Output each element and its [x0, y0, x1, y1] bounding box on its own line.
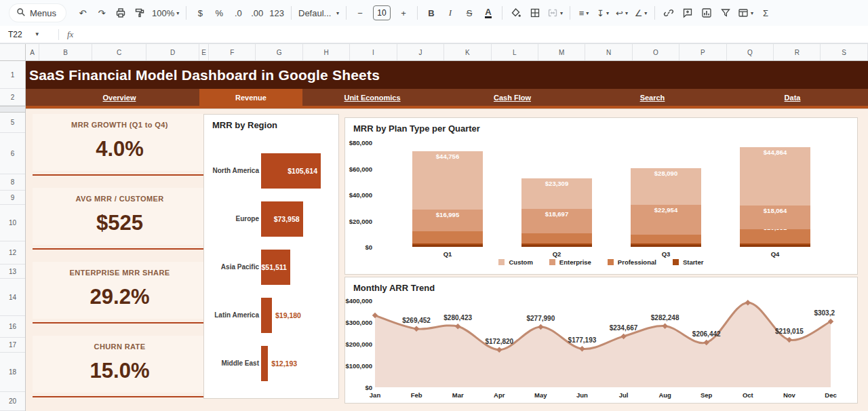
zoom-select[interactable]: 100%: [150, 4, 181, 22]
column-header-P[interactable]: P: [679, 44, 726, 60]
name-box[interactable]: T22 ▼: [0, 30, 58, 39]
increase-decimal-button[interactable]: .00: [248, 4, 266, 22]
horizontal-align-button[interactable]: ≡: [575, 4, 593, 22]
insert-chart-button[interactable]: [698, 4, 715, 22]
row-header-10[interactable]: 10: [0, 205, 25, 241]
divider: [417, 6, 418, 20]
column-header-H[interactable]: H: [303, 44, 350, 60]
row-header-1[interactable]: 1: [0, 61, 25, 89]
column-header-B[interactable]: B: [39, 44, 92, 60]
decrease-decimal-button[interactable]: .0: [229, 4, 247, 22]
kpi-label: ENTERPRISE MRR SHARE: [33, 269, 207, 277]
column-header-O[interactable]: O: [633, 44, 679, 60]
text-color-button[interactable]: A: [479, 4, 497, 22]
insert-link-button[interactable]: [660, 4, 677, 22]
menus-search-pill[interactable]: Menus: [9, 4, 66, 22]
y-axis-tick: $60,000: [345, 165, 372, 173]
strikethrough-button[interactable]: S: [460, 4, 478, 22]
column-header-R[interactable]: R: [774, 44, 821, 60]
column-header-M[interactable]: M: [538, 44, 585, 60]
hidden-rows-band[interactable]: [0, 106, 25, 113]
segment-value-label: $44,756: [412, 153, 483, 160]
row-header-18[interactable]: 18: [0, 353, 25, 392]
column-header-N[interactable]: N: [585, 44, 632, 60]
column-header-L[interactable]: L: [492, 44, 538, 60]
mrr-by-plan-type-chart[interactable]: MRR by Plan Type per Quarter $0$20,000$4…: [344, 117, 858, 275]
kpi-card-4[interactable]: CHURN RATE15.0%: [33, 336, 207, 393]
redo-button[interactable]: ↷: [93, 4, 111, 22]
row-header-16[interactable]: 16: [0, 316, 25, 338]
fill-color-button[interactable]: [507, 4, 525, 22]
select-all-corner[interactable]: [0, 44, 26, 60]
nav-tab-revenue[interactable]: Revenue: [199, 89, 302, 106]
stacked-bar-Q4[interactable]: $2,579$10,881$18,064$44,864: [740, 142, 810, 247]
column-header-K[interactable]: K: [444, 44, 491, 60]
nav-tab-unit-economics[interactable]: Unit Economics: [302, 89, 442, 106]
font-size-input[interactable]: 10: [373, 5, 391, 20]
region-bar-wrap: $105,614: [261, 153, 338, 189]
font-select[interactable]: Defaul...: [296, 4, 341, 22]
more-formats-button[interactable]: 123: [267, 4, 286, 22]
row-header-9[interactable]: 9: [0, 191, 25, 205]
insert-comment-button[interactable]: [679, 4, 696, 22]
mrr-by-region-chart[interactable]: MRR by Region North America$105,614Europ…: [203, 114, 339, 399]
region-bar: [261, 298, 272, 333]
column-header-J[interactable]: J: [397, 44, 444, 60]
row-header-8[interactable]: 8: [0, 174, 25, 191]
column-header-S[interactable]: S: [821, 44, 867, 60]
row-header-5[interactable]: 5: [0, 113, 25, 133]
column-header-D[interactable]: D: [146, 44, 199, 60]
nav-tab-cash-flow[interactable]: Cash Flow: [442, 89, 583, 106]
sheet-grid: SaaS Financial Model Dashboard in Google…: [0, 61, 868, 411]
stacked-bar-Q2[interactable]: $2,503$7,824$18,697$23,309: [521, 142, 592, 247]
row-header-20[interactable]: 20: [0, 392, 25, 411]
format-percent-button[interactable]: %: [210, 4, 228, 22]
nav-tab-overview[interactable]: Overview: [39, 89, 199, 106]
kpi-card-2[interactable]: AVG MRR / CUSTOMER$525: [33, 188, 207, 245]
merge-cells-button[interactable]: [545, 4, 565, 22]
print-button[interactable]: [112, 4, 130, 22]
legend-item-starter: Starter: [673, 258, 704, 266]
column-header-E[interactable]: E: [199, 44, 209, 60]
row-header-6[interactable]: 6: [0, 133, 25, 174]
format-currency-button[interactable]: $: [191, 4, 209, 22]
dashboard-title-banner[interactable]: SaaS Financial Model Dashboard in Google…: [26, 61, 868, 89]
borders-button[interactable]: [526, 4, 544, 22]
create-filter-button[interactable]: [717, 4, 734, 22]
functions-button[interactable]: Σ: [757, 4, 774, 22]
text-wrap-button[interactable]: ↩: [613, 4, 631, 22]
text-rotation-button[interactable]: ∠: [632, 4, 650, 22]
increase-font-size-button[interactable]: +: [395, 4, 412, 22]
column-header-C[interactable]: C: [92, 44, 146, 60]
column-header-F[interactable]: F: [209, 44, 256, 60]
row-header-14[interactable]: 14: [0, 279, 25, 316]
stacked-bar-Q3[interactable]: $2,688$6,548$22,954$28,090: [631, 142, 701, 247]
column-header-A[interactable]: A: [26, 44, 39, 60]
italic-button[interactable]: I: [441, 4, 459, 22]
row-header-12[interactable]: 12: [0, 241, 25, 265]
nav-tab-search[interactable]: Search: [583, 89, 722, 106]
data-point-label: $280,423: [443, 314, 472, 321]
x-axis-tick-mar: Mar: [452, 391, 464, 399]
monthly-arr-trend-chart[interactable]: Monthly ARR Trend $0$100,000$200,000$300…: [344, 277, 858, 404]
row-header-17[interactable]: 17: [0, 338, 25, 353]
decrease-font-size-button[interactable]: −: [351, 4, 369, 22]
vertical-align-button[interactable]: ↧: [594, 4, 612, 22]
table-views-button[interactable]: [736, 4, 755, 22]
bold-button[interactable]: B: [422, 4, 440, 22]
nav-tab-data[interactable]: Data: [722, 89, 863, 106]
y-axis-tick: $200,000: [345, 340, 372, 348]
column-header-G[interactable]: G: [256, 44, 302, 60]
stacked-bar-Q1[interactable]: $2,598$9,105$16,995$44,756: [412, 142, 483, 247]
segment-value-label: $23,309: [521, 180, 592, 187]
row-header-2[interactable]: 2: [0, 89, 25, 106]
kpi-card-1[interactable]: MRR GROWTH (Q1 to Q4)4.0%: [33, 114, 207, 171]
kpi-card-3[interactable]: ENTERPRISE MRR SHARE29.2%: [33, 262, 207, 319]
undo-button[interactable]: ↶: [74, 4, 92, 22]
paint-format-button[interactable]: [131, 4, 149, 22]
row-header-13[interactable]: 13: [0, 265, 25, 279]
column-header-Q[interactable]: Q: [727, 44, 774, 60]
kpi-value: $525: [33, 211, 207, 235]
name-box-dropdown-icon[interactable]: ▼: [35, 31, 40, 37]
column-header-I[interactable]: I: [350, 44, 397, 60]
